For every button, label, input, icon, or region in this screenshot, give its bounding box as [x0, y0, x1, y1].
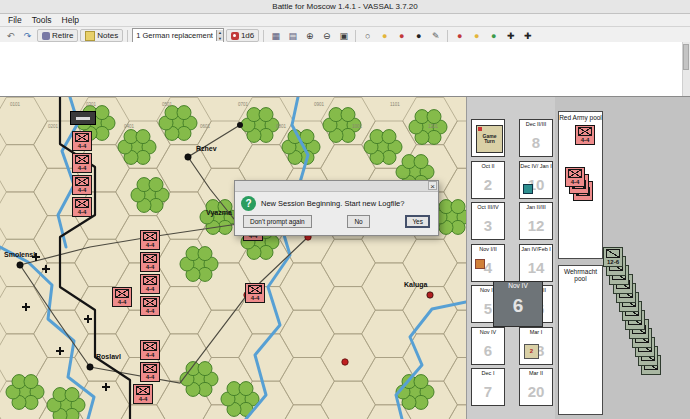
unit-strength: 4-4: [139, 396, 148, 402]
soviet-unit-counter[interactable]: 4-4: [133, 384, 153, 404]
add-marker-icon[interactable]: ✚: [503, 28, 518, 43]
soviet-unit-counter[interactable]: 4-4: [72, 175, 92, 195]
marker-yellow-icon[interactable]: ●: [377, 28, 392, 43]
unit-symbol: [75, 133, 89, 142]
zoom-out-icon[interactable]: ⊖: [319, 28, 334, 43]
turn-track-cell[interactable]: Mar II20: [519, 368, 553, 406]
turn-cell-number: 2: [472, 176, 504, 193]
spinner-arrows[interactable]: ▲▼: [216, 30, 223, 41]
unit-symbol: [75, 177, 89, 186]
flag-green-icon[interactable]: ●: [486, 28, 501, 43]
unit-symbol: [136, 386, 150, 395]
soviet-unit-counter[interactable]: 4-4: [140, 274, 160, 294]
hex-coordinate-label: 0401: [124, 124, 135, 129]
soviet-unit-counter[interactable]: 4-4: [112, 287, 132, 307]
window-title: Battle for Moscow 1.4.1 - VASSAL 3.7.20: [272, 2, 417, 11]
soviet-unit-counter[interactable]: 4-4: [72, 153, 92, 173]
yes-button[interactable]: Yes: [405, 215, 430, 228]
menu-file[interactable]: File: [4, 15, 26, 25]
wehrmacht-pool[interactable]: Wehrmacht pool: [558, 265, 603, 415]
retire-button[interactable]: Retire: [37, 29, 78, 42]
turn-cell-number: 3: [472, 217, 504, 234]
no-button[interactable]: No: [347, 215, 369, 228]
chat-scrollbar-thumb[interactable]: [683, 44, 689, 70]
turn-track-cell[interactable]: Oct II2: [471, 161, 505, 199]
turn-track-cell[interactable]: Dec IV/ Jan I10: [519, 161, 553, 199]
soviet-unit-counter[interactable]: 4-4: [140, 362, 160, 382]
dont-prompt-button[interactable]: Don't prompt again: [243, 215, 312, 228]
soviet-unit-counter[interactable]: 4-4: [140, 296, 160, 316]
dialog-titlebar[interactable]: ×: [235, 181, 438, 192]
overview-icon[interactable]: ▣: [336, 28, 351, 43]
toolbar-separator: [263, 30, 264, 42]
pencil-icon[interactable]: ✎: [428, 28, 443, 43]
wehrmacht-unit-counter[interactable]: 12-6: [603, 247, 623, 267]
unit-strength: 4-4: [581, 137, 590, 143]
undo-icon[interactable]: ↶: [3, 28, 18, 43]
add-unit-icon[interactable]: ✚: [520, 28, 535, 43]
forward-icon[interactable]: ↷: [20, 28, 35, 43]
turn-cell-label: Oct II: [472, 162, 504, 176]
marker-black-icon[interactable]: ●: [411, 28, 426, 43]
orange-chip: [475, 259, 485, 269]
teal-chip: [523, 184, 533, 194]
pools-panel: Red Army pool Wehrmacht pool 4-44-412-6: [555, 97, 690, 419]
soviet-unit-counter[interactable]: 4-4: [565, 167, 585, 187]
soviet-unit-counter[interactable]: 4-4: [72, 131, 92, 151]
turn-track-cell[interactable]: Nov IV6: [471, 327, 505, 365]
notes-button[interactable]: Notes: [80, 29, 123, 42]
map-canvas[interactable]: RzhevVyazmaSmolenskRoslavlKaluga01010201…: [0, 97, 466, 419]
turn-track-cell[interactable]: Oct III/IV3: [471, 202, 505, 240]
soviet-unit-counter[interactable]: 4-4: [140, 340, 160, 360]
hex-coordinate-label: 1001: [352, 124, 363, 129]
turn-cell-label: Dec II/III: [520, 120, 552, 134]
unit-symbol: [248, 285, 262, 294]
spinner-down-icon[interactable]: ▼: [217, 36, 223, 42]
turn-track-cell[interactable]: Jan IV/Feb I14: [519, 244, 553, 282]
menu-bar: File Tools Help: [0, 14, 690, 27]
hex-coordinate-label: 0901: [314, 102, 325, 107]
unit-symbol: [75, 155, 89, 164]
chart-icon[interactable]: ▦: [268, 28, 283, 43]
flag-red-icon[interactable]: ●: [452, 28, 467, 43]
turn-cell-label: Dec IV/ Jan I: [520, 162, 552, 176]
marker-red-icon[interactable]: ●: [394, 28, 409, 43]
menu-tools[interactable]: Tools: [28, 15, 56, 25]
counters-icon[interactable]: ▤: [285, 28, 300, 43]
turn-cell-label: Nov I/II: [472, 245, 504, 259]
turn-track-cell[interactable]: Mar I182: [519, 327, 553, 365]
soviet-unit-counter[interactable]: 4-4: [140, 252, 160, 272]
german-unit-counter[interactable]: [70, 111, 96, 125]
dice-button[interactable]: 1d6: [226, 29, 259, 42]
unit-strength: 4-4: [146, 242, 155, 248]
marker-white-icon[interactable]: ○: [360, 28, 375, 43]
replacement-spinner[interactable]: 1 German replacement ▲▼: [132, 28, 224, 43]
soviet-unit-counter[interactable]: 4-4: [72, 197, 92, 217]
unit-strength: 4-4: [78, 143, 87, 149]
map-viewport[interactable]: RzhevVyazmaSmolenskRoslavlKaluga01010201…: [0, 97, 466, 419]
turn-track[interactable]: Game TurnOct II2Oct III/IV3Nov I/II4Nov …: [466, 97, 555, 419]
notes-label: Notes: [97, 31, 118, 40]
zoom-in-icon[interactable]: ⊕: [302, 28, 317, 43]
chat-scrollbar[interactable]: [682, 42, 690, 96]
soviet-unit-counter[interactable]: 4-4: [575, 125, 595, 145]
turn-track-cell[interactable]: Dec II/III8: [519, 119, 553, 157]
unit-symbol: [143, 342, 157, 351]
unit-strength: 4-4: [146, 374, 155, 380]
turn-cell-label: Nov IV: [472, 328, 504, 342]
soviet-unit-counter[interactable]: 4-4: [245, 283, 265, 303]
game-turn-marker[interactable]: Game Turn: [476, 125, 503, 153]
turn-track-cell[interactable]: Jan II/III12: [519, 202, 553, 240]
turn-track-cell[interactable]: Nov I/II4: [471, 244, 505, 282]
toolbar-separator: [447, 30, 448, 42]
hex-coordinate-label: 0801: [276, 124, 287, 129]
menu-help[interactable]: Help: [58, 15, 83, 25]
soviet-unit-counter[interactable]: 4-4: [140, 230, 160, 250]
close-icon[interactable]: ×: [428, 181, 437, 190]
chat-log[interactable]: [0, 42, 690, 96]
turn-track-current-cell[interactable]: Nov IV6: [493, 281, 543, 327]
turn-marker-counter[interactable]: 2: [524, 344, 539, 359]
turn-track-cell[interactable]: Dec I7: [471, 368, 505, 406]
turn-track-cell[interactable]: Game Turn: [471, 119, 505, 157]
flag-yellow-icon[interactable]: ●: [469, 28, 484, 43]
